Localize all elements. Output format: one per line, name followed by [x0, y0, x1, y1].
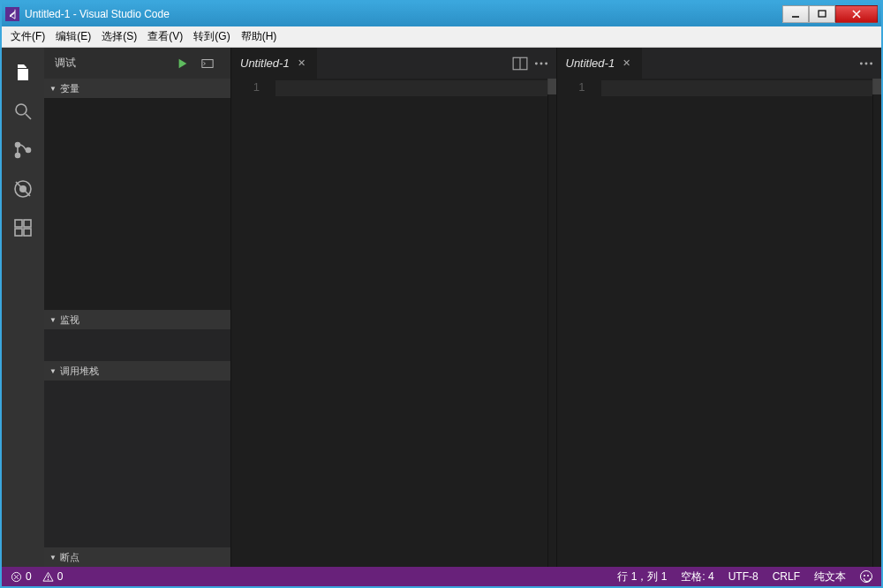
- activity-bar: [2, 48, 44, 567]
- svg-point-10: [19, 185, 26, 192]
- tab-untitled-1[interactable]: Untitled-1 ✕: [231, 48, 317, 79]
- svg-rect-14: [24, 229, 31, 236]
- menu-selection[interactable]: 选择(S): [96, 27, 142, 46]
- svg-point-22: [865, 62, 868, 64]
- editor-body-2[interactable]: 1: [557, 79, 882, 567]
- menu-file[interactable]: 文件(F): [5, 27, 50, 46]
- debug-console-button[interactable]: [195, 51, 220, 76]
- panel-watch[interactable]: ▼监视: [44, 310, 230, 329]
- menu-edit[interactable]: 编辑(E): [50, 27, 96, 46]
- editor-group-1: Untitled-1 ✕ 1: [230, 48, 556, 567]
- panel-callstack[interactable]: ▼调用堆栈: [44, 361, 230, 381]
- svg-line-5: [26, 114, 31, 119]
- panel-watch-body: [44, 329, 230, 361]
- panel-variables-label: 变量: [60, 82, 79, 95]
- editor-body-1[interactable]: 1: [231, 79, 556, 567]
- close-icon[interactable]: ✕: [295, 57, 308, 69]
- editor-area: Untitled-1 ✕ 1: [230, 48, 881, 567]
- svg-rect-2: [20, 72, 26, 72]
- vscode-icon: [5, 7, 19, 21]
- svg-point-21: [860, 62, 863, 64]
- tabs-2: Untitled-1 ✕: [557, 48, 882, 79]
- activity-search[interactable]: [2, 94, 44, 129]
- panel-breakpoints-label: 断点: [60, 551, 79, 564]
- activity-explorer[interactable]: [2, 55, 44, 90]
- panel-variables-body: [44, 98, 230, 310]
- tabs-1: Untitled-1 ✕: [231, 48, 556, 79]
- status-errors[interactable]: 0: [9, 570, 34, 583]
- menu-help[interactable]: 帮助(H): [236, 27, 283, 46]
- svg-point-20: [545, 62, 547, 64]
- menu-go[interactable]: 转到(G): [188, 27, 235, 46]
- statusbar: 0 0 行 1，列 1 空格: 4 UTF-8 CRLF 纯文本: [2, 567, 881, 586]
- line-gutter: 1: [231, 79, 275, 567]
- tab-label: Untitled-1: [240, 57, 290, 70]
- status-indent[interactable]: 空格: 4: [679, 569, 715, 584]
- panel-breakpoints[interactable]: ▼断点: [44, 547, 230, 567]
- status-warnings[interactable]: 0: [41, 570, 65, 583]
- panel-watch-label: 监视: [60, 313, 79, 327]
- title-text: Untitled-1 - Visual Studio Code: [25, 8, 782, 20]
- close-icon[interactable]: ✕: [620, 57, 633, 69]
- svg-point-18: [534, 62, 537, 64]
- sidebar-title: 调试: [55, 56, 170, 71]
- editor-group-2: Untitled-1 ✕ 1: [556, 48, 882, 567]
- panel-callstack-label: 调用堆栈: [60, 365, 99, 378]
- activity-debug[interactable]: [2, 171, 44, 207]
- more-actions-icon[interactable]: [858, 56, 874, 72]
- status-eol[interactable]: CRLF: [771, 570, 802, 583]
- line-gutter: 1: [557, 79, 601, 567]
- maximize-button[interactable]: [809, 5, 835, 23]
- debug-sidebar: 调试 ▼变量 ▼监视 ▼调用堆栈 ▼断点: [44, 48, 230, 567]
- svg-rect-3: [20, 74, 26, 75]
- tab-label: Untitled-1: [566, 57, 615, 70]
- sidebar-header: 调试: [44, 48, 230, 79]
- close-button[interactable]: [835, 5, 878, 23]
- panel-callstack-body: [44, 381, 230, 547]
- svg-rect-11: [15, 220, 22, 227]
- svg-point-19: [540, 62, 542, 64]
- overview-ruler[interactable]: [547, 79, 556, 567]
- svg-point-8: [26, 148, 31, 153]
- svg-rect-13: [15, 229, 22, 236]
- svg-point-23: [870, 62, 872, 64]
- svg-point-4: [16, 104, 26, 115]
- tab-untitled-1-b[interactable]: Untitled-1 ✕: [557, 48, 643, 79]
- more-actions-icon[interactable]: [533, 56, 549, 72]
- split-editor-icon[interactable]: [512, 56, 528, 72]
- svg-point-6: [16, 143, 20, 147]
- menubar: 文件(F) 编辑(E) 选择(S) 查看(V) 转到(G) 帮助(H): [2, 26, 881, 48]
- overview-ruler[interactable]: [872, 79, 881, 567]
- svg-rect-12: [24, 220, 31, 227]
- minimize-button[interactable]: [782, 5, 809, 23]
- activity-scm[interactable]: [2, 132, 44, 168]
- panel-variables[interactable]: ▼变量: [44, 79, 230, 98]
- status-cursor[interactable]: 行 1，列 1: [615, 569, 668, 584]
- svg-rect-1: [819, 11, 826, 17]
- svg-point-7: [16, 154, 20, 158]
- svg-rect-15: [202, 59, 213, 67]
- svg-point-26: [47, 578, 48, 579]
- feedback-icon[interactable]: [858, 570, 874, 583]
- menu-view[interactable]: 查看(V): [142, 27, 188, 46]
- status-encoding[interactable]: UTF-8: [727, 570, 760, 583]
- start-debug-button[interactable]: [170, 51, 195, 76]
- titlebar: Untitled-1 - Visual Studio Code: [2, 2, 881, 26]
- status-language[interactable]: 纯文本: [812, 569, 848, 584]
- activity-extensions[interactable]: [2, 210, 44, 245]
